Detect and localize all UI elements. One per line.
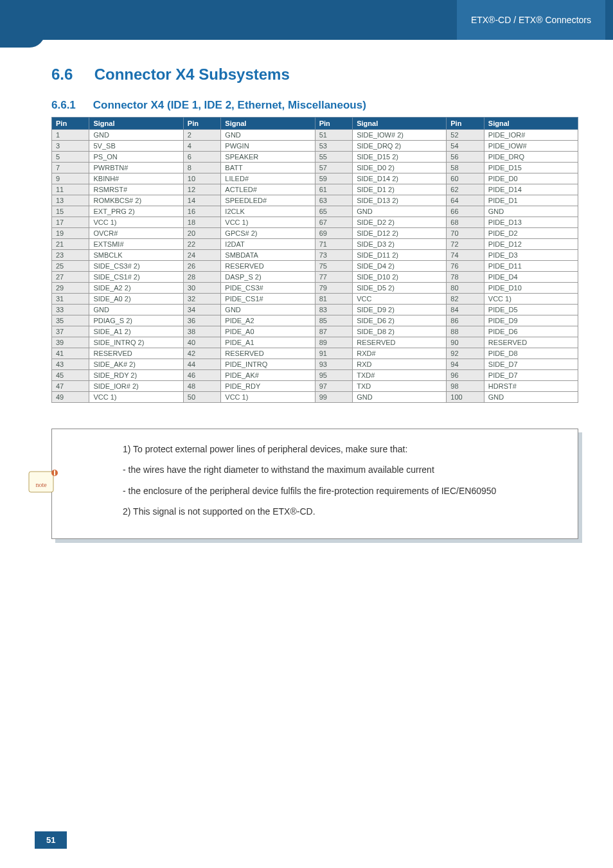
table-row: 35V_SB4PWGIN53SIDE_DRQ 2)54PIDE_IOW# [52, 141, 578, 152]
table-header: Signal [221, 118, 315, 130]
signal-cell: SIDE_CS3# 2) [89, 261, 183, 272]
pin-cell: 87 [315, 326, 352, 337]
signal-cell: SIDE_D3 2) [353, 239, 447, 250]
signal-cell: SIDE_D0 2) [353, 163, 447, 173]
signal-cell: TXD# [353, 370, 447, 381]
pin-cell: 95 [315, 370, 352, 381]
pin-cell: 29 [52, 283, 89, 294]
page-number: 51 [35, 831, 67, 849]
pin-cell: 59 [315, 173, 352, 184]
pin-cell: 70 [447, 228, 484, 239]
signal-cell: PIDE_D14 [484, 184, 578, 195]
signal-cell: VCC 1) [221, 392, 315, 403]
signal-cell: SIDE_D13 2) [353, 195, 447, 206]
signal-cell: I2CLK [221, 206, 315, 217]
table-row: 7PWRBTN#8BATT57SIDE_D0 2)58PIDE_D15 [52, 163, 578, 173]
pin-cell: 67 [315, 217, 352, 228]
pin-cell: 28 [183, 272, 220, 283]
pin-cell: 53 [315, 141, 352, 152]
note-line: 2) This signal is not supported on the E… [123, 504, 562, 518]
signal-cell: PIDE_A0 [221, 326, 315, 337]
pin-cell: 47 [52, 381, 89, 392]
pin-cell: 2 [183, 130, 220, 141]
breadcrumb: ETX®-CD / ETX® Connectors [457, 0, 605, 40]
signal-cell: PS_ON [89, 152, 183, 163]
signal-cell: SIDE_D7 [484, 359, 578, 370]
signal-cell: GPCS# 2) [221, 228, 315, 239]
signal-cell: PIDE_INTRQ [221, 359, 315, 370]
pin-cell: 93 [315, 359, 352, 370]
signal-cell: PIDE_D1 [484, 195, 578, 206]
signal-cell: SIDE_D6 2) [353, 315, 447, 326]
signal-cell: PWGIN [221, 141, 315, 152]
signal-cell: VCC 1) [484, 294, 578, 305]
subsection-heading: 6.6.1 Connector X4 (IDE 1, IDE 2, Ethern… [51, 99, 578, 112]
table-row: 45SIDE_RDY 2)46PIDE_AK#95TXD#96PIDE_D7 [52, 370, 578, 381]
footer: 51 [35, 831, 67, 849]
pin-cell: 88 [447, 326, 484, 337]
note-icon-label: note [35, 481, 47, 488]
pin-cell: 85 [315, 315, 352, 326]
pin-cell: 71 [315, 239, 352, 250]
table-header: Pin [315, 118, 352, 130]
signal-cell: PIDE_A1 [221, 337, 315, 348]
pin-cell: 55 [315, 152, 352, 163]
table-row: 49VCC 1)50VCC 1)99GND100GND [52, 392, 578, 403]
table-header: Signal [353, 118, 447, 130]
table-row: 23SMBCLK24SMBDATA73SIDE_D11 2)74PIDE_D3 [52, 250, 578, 261]
signal-cell: SIDE_D2 2) [353, 217, 447, 228]
signal-cell: PIDE_D3 [484, 250, 578, 261]
pin-cell: 72 [447, 239, 484, 250]
signal-cell: GND [89, 130, 183, 141]
signal-cell: PIDE_D5 [484, 305, 578, 315]
pin-cell: 17 [52, 217, 89, 228]
signal-cell: PIDE_D0 [484, 173, 578, 184]
signal-cell: RESERVED [89, 348, 183, 359]
subsection-number: 6.6.1 [51, 99, 90, 112]
subsection-title: Connector X4 (IDE 1, IDE 2, Ethernet, Mi… [93, 99, 366, 111]
pin-cell: 75 [315, 261, 352, 272]
pin-cell: 83 [315, 305, 352, 315]
table-row: 15EXT_PRG 2)16I2CLK65GND66GND [52, 206, 578, 217]
signal-cell: GND [484, 206, 578, 217]
pin-cell: 74 [447, 250, 484, 261]
table-row: 1GND2GND51SIDE_IOW# 2)52PIDE_IOR# [52, 130, 578, 141]
table-header: Pin [52, 118, 89, 130]
signal-cell: ROMKBCS# 2) [89, 195, 183, 206]
signal-cell: SMBDATA [221, 250, 315, 261]
signal-cell: BATT [221, 163, 315, 173]
signal-cell: SIDE_D14 2) [353, 173, 447, 184]
table-row: 19OVCR#20GPCS# 2)69SIDE_D12 2)70PIDE_D2 [52, 228, 578, 239]
signal-cell: SIDE_D11 2) [353, 250, 447, 261]
signal-cell: SIDE_D15 2) [353, 152, 447, 163]
pin-cell: 11 [52, 184, 89, 195]
table-row: 29SIDE_A2 2)30PIDE_CS3#79SIDE_D5 2)80PID… [52, 283, 578, 294]
table-row: 33GND34GND83SIDE_D9 2)84PIDE_D5 [52, 305, 578, 315]
note-line: - the enclosure of the peripheral device… [123, 484, 562, 498]
note-icon: note [26, 468, 58, 496]
table-header: Signal [484, 118, 578, 130]
signal-cell: SIDE_A1 2) [89, 326, 183, 337]
pin-cell: 54 [447, 141, 484, 152]
pin-cell: 12 [183, 184, 220, 195]
pin-cell: 15 [52, 206, 89, 217]
signal-cell: PIDE_D8 [484, 348, 578, 359]
signal-cell: PIDE_IOW# [484, 141, 578, 152]
pin-cell: 20 [183, 228, 220, 239]
pin-cell: 63 [315, 195, 352, 206]
pin-cell: 6 [183, 152, 220, 163]
signal-cell: SIDE_RDY 2) [89, 370, 183, 381]
pin-cell: 26 [183, 261, 220, 272]
pin-cell: 31 [52, 294, 89, 305]
pin-cell: 46 [183, 370, 220, 381]
pin-cell: 9 [52, 173, 89, 184]
signal-cell: VCC 1) [221, 217, 315, 228]
pin-cell: 100 [447, 392, 484, 403]
section-heading: 6.6 Connector X4 Subsystems [51, 66, 578, 84]
pin-cell: 5 [52, 152, 89, 163]
pin-cell: 43 [52, 359, 89, 370]
pin-cell: 89 [315, 337, 352, 348]
signal-cell: PIDE_RDY [221, 381, 315, 392]
pin-cell: 38 [183, 326, 220, 337]
pin-cell: 33 [52, 305, 89, 315]
